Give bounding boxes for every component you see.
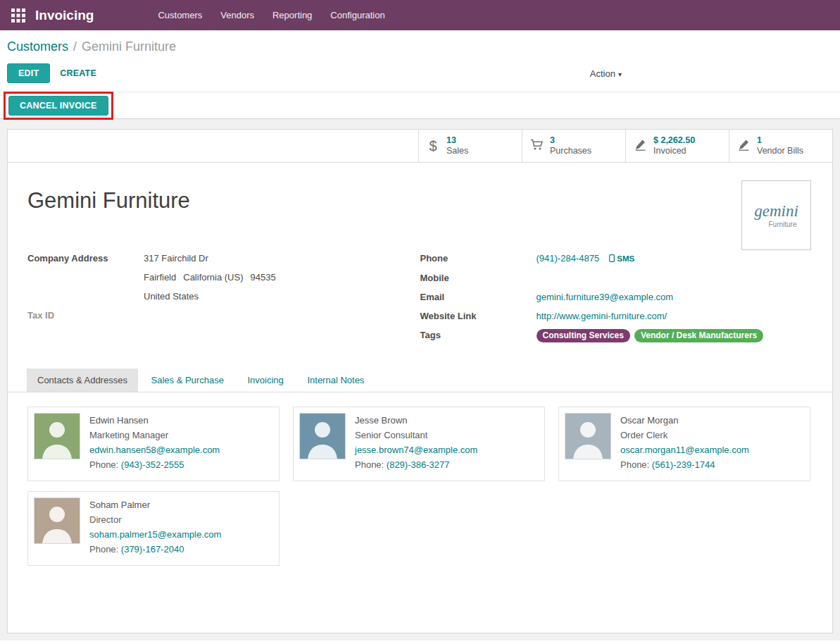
sms-label: SMS xyxy=(617,254,634,263)
vendor-bills-label: Vendor Bills xyxy=(757,146,803,156)
top-menu: Customers Vendors Reporting Configuratio… xyxy=(149,0,394,30)
field-website: Website Link http://www.gemini-furniture… xyxy=(420,306,833,326)
contact-phone-link[interactable]: (943)-352-2555 xyxy=(121,459,184,470)
contact-phone-label: Phone: xyxy=(89,544,118,555)
create-button[interactable]: CREATE xyxy=(50,64,106,82)
edit-pencil-icon xyxy=(633,138,647,154)
contact-email-link[interactable]: soham.palmer15@example.com xyxy=(89,529,221,540)
stat-button-vendor-bills[interactable]: 1 Vendor Bills xyxy=(729,130,832,162)
contact-card-soham-palmer[interactable]: Soham Palmer Director soham.palmer15@exa… xyxy=(27,491,280,566)
contact-phone-label: Phone: xyxy=(620,459,649,470)
app-title[interactable]: Invoicing xyxy=(35,8,94,23)
edit-button[interactable]: EDIT xyxy=(7,63,50,83)
cart-icon xyxy=(529,138,544,154)
sms-button[interactable]: SMS xyxy=(609,254,634,263)
sales-count: 13 xyxy=(446,135,468,146)
menu-configuration[interactable]: Configuration xyxy=(321,0,394,30)
stat-button-box: $ 13 Sales 3 Purchases xyxy=(8,130,832,163)
cancel-invoice-button[interactable]: CANCEL INVOICE xyxy=(8,96,108,116)
contact-job: Senior Consultant xyxy=(355,430,427,440)
contact-name: Edwin Hansen xyxy=(89,415,149,426)
phone-label: Phone xyxy=(420,249,537,268)
breadcrumb-current-record: Gemini Furniture xyxy=(82,39,176,54)
red-annotation-box: CANCEL INVOICE xyxy=(4,92,113,120)
email-label: Email xyxy=(420,287,537,306)
contact-phone-link[interactable]: (829)-386-3277 xyxy=(387,459,450,470)
phone-link[interactable]: (941)-284-4875 xyxy=(537,253,600,264)
field-col-right: Phone (941)-284-4875 SMS Mobile Email ge… xyxy=(420,249,833,345)
mobile-label: Mobile xyxy=(420,268,537,287)
address-country: United States xyxy=(144,291,199,302)
contact-card-edwin-hansen[interactable]: Edwin Hansen Marketing Manager edwin.han… xyxy=(27,407,280,481)
purchases-label: Purchases xyxy=(550,146,591,156)
company-logo: gemini Furniture xyxy=(741,180,811,250)
content-area: $ 13 Sales 3 Purchases xyxy=(0,119,840,640)
statusbar: CANCEL INVOICE xyxy=(0,92,840,119)
contact-name: Jesse Brown xyxy=(355,415,407,426)
breadcrumb: Customers/Gemini Furniture xyxy=(0,30,840,57)
tab-sales-purchase[interactable]: Sales & Purchase xyxy=(141,369,234,392)
company-logo-sub: Furniture xyxy=(768,221,796,228)
contact-photo xyxy=(565,413,611,459)
contact-phone-label: Phone: xyxy=(89,459,118,470)
contact-photo xyxy=(34,413,80,459)
email-link[interactable]: gemini.furniture39@example.com xyxy=(537,287,674,306)
contact-name: Oscar Morgan xyxy=(620,415,678,426)
invoiced-label: Invoiced xyxy=(653,146,695,156)
contact-job: Director xyxy=(89,514,122,525)
contact-card-oscar-morgan[interactable]: Oscar Morgan Order Clerk oscar.morgan11@… xyxy=(558,407,810,481)
contact-photo xyxy=(299,413,346,459)
breadcrumb-customers-link[interactable]: Customers xyxy=(7,39,68,54)
field-col-left: Company Address 317 Fairchild Dr Fairfie… xyxy=(8,249,420,345)
stat-button-purchases[interactable]: 3 Purchases xyxy=(522,130,625,162)
menu-customers[interactable]: Customers xyxy=(149,0,211,30)
tab-invoicing[interactable]: Invoicing xyxy=(237,369,294,392)
tag-consulting-services: Consulting Services xyxy=(537,329,630,342)
contact-email-link[interactable]: edwin.hansen58@example.com xyxy=(89,445,220,455)
notebook-tabs: Contacts & Addresses Sales & Purchase In… xyxy=(8,369,832,392)
company-logo-script: gemini xyxy=(754,202,798,221)
contact-job: Marketing Manager xyxy=(89,430,168,440)
control-panel: EDIT CREATE Action▾ xyxy=(0,57,840,92)
field-mobile: Mobile xyxy=(420,268,833,287)
menu-vendors[interactable]: Vendors xyxy=(211,0,263,30)
contact-email-link[interactable]: oscar.morgan11@example.com xyxy=(620,445,749,455)
menu-reporting[interactable]: Reporting xyxy=(263,0,321,30)
address-state: California (US) xyxy=(183,272,243,283)
page-title: Gemini Furniture xyxy=(27,188,832,213)
tags-label: Tags xyxy=(420,326,537,345)
sales-label: Sales xyxy=(446,146,468,156)
dollar-icon: $ xyxy=(426,138,440,154)
customer-form-sheet: $ 13 Sales 3 Purchases xyxy=(7,129,833,633)
website-link[interactable]: http://www.gemini-furniture.com/ xyxy=(537,306,667,326)
field-email: Email gemini.furniture39@example.com xyxy=(420,287,833,306)
invoiced-amount: $ 2,262.50 xyxy=(653,135,695,146)
company-address-label: Company Address xyxy=(27,249,144,306)
contact-phone-link[interactable]: (379)-167-2040 xyxy=(121,544,184,555)
contact-card-jesse-brown[interactable]: Jesse Brown Senior Consultant jesse.brow… xyxy=(293,407,545,481)
stat-button-invoiced[interactable]: $ 2,262.50 Invoiced xyxy=(625,130,729,162)
contacts-list: Edwin Hansen Marketing Manager edwin.han… xyxy=(8,392,832,580)
action-label: Action xyxy=(590,68,615,79)
field-phone: Phone (941)-284-4875 SMS xyxy=(420,249,833,268)
contact-photo xyxy=(34,497,80,544)
contact-job: Order Clerk xyxy=(620,430,667,440)
field-company-address: Company Address 317 Fairchild Dr Fairfie… xyxy=(27,249,420,306)
stat-button-sales[interactable]: $ 13 Sales xyxy=(418,130,522,162)
address-city: Fairfield xyxy=(144,272,176,283)
contact-phone-link[interactable]: (561)-239-1744 xyxy=(652,459,715,470)
action-dropdown[interactable]: Action▾ xyxy=(590,68,622,79)
address-street: 317 Fairchild Dr xyxy=(144,253,208,264)
address-zip: 94535 xyxy=(251,272,276,283)
website-label: Website Link xyxy=(420,306,537,326)
contact-name: Soham Palmer xyxy=(89,500,150,510)
tab-internal-notes[interactable]: Internal Notes xyxy=(296,369,375,392)
apps-grid-icon[interactable] xyxy=(11,8,25,23)
contact-email-link[interactable]: jesse.brown74@example.com xyxy=(355,445,477,455)
edit-pencil-icon xyxy=(736,138,751,154)
tag-vendor-desk-manufacturers: Vendor / Desk Manufacturers xyxy=(634,329,763,342)
field-tags: Tags Consulting ServicesVendor / Desk Ma… xyxy=(420,326,833,345)
top-navbar: Invoicing Customers Vendors Reporting Co… xyxy=(0,0,840,30)
tab-contacts-addresses[interactable]: Contacts & Addresses xyxy=(27,369,138,392)
vendor-bills-count: 1 xyxy=(757,135,803,146)
